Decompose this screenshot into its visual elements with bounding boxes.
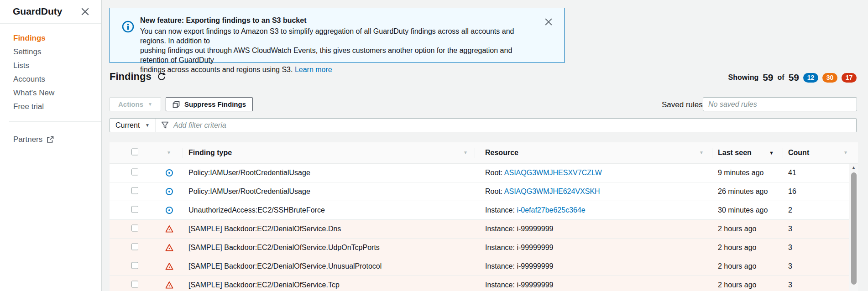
sidebar-item-whats-new[interactable]: What's New xyxy=(13,89,101,97)
row-checkbox[interactable] xyxy=(131,206,138,213)
count-cell: 16 xyxy=(788,187,796,196)
row-checkbox[interactable] xyxy=(131,169,138,176)
sidebar-item-lists[interactable]: Lists xyxy=(13,62,101,69)
banner-body: New feature: Exporting findings to an S3… xyxy=(140,16,532,74)
row-checkbox[interactable] xyxy=(131,262,138,269)
table-row[interactable]: [SAMPLE] Backdoor:EC2/DenialOfService.Ud… xyxy=(110,239,849,257)
finding-type-cell: [SAMPLE] Backdoor:EC2/DenialOfService.Un… xyxy=(188,262,382,270)
of-label: of xyxy=(778,73,784,82)
sidebar: GuardDuty Findings Settings Lists Accoun… xyxy=(0,0,102,291)
last-seen-cell: 2 hours ago xyxy=(718,281,757,289)
scroll-up-icon[interactable]: ▲ xyxy=(849,165,858,170)
finding-type-cell: [SAMPLE] Backdoor:EC2/DenialOfService.Dn… xyxy=(188,225,341,233)
count-cell: 3 xyxy=(788,225,792,233)
filter-bar: Current ▼ xyxy=(110,118,857,132)
resource-id: i-99999999 xyxy=(517,244,553,251)
severity-filter-icon[interactable]: ▼ xyxy=(167,151,171,155)
resource-cell: Root: ASIAQG3WMJHE624VXSKH xyxy=(485,187,600,196)
severity-high-icon xyxy=(165,262,173,270)
finding-type-cell: [SAMPLE] Backdoor:EC2/DenialOfService.Tc… xyxy=(188,281,340,289)
resource-prefix: Instance: xyxy=(485,281,517,289)
sidebar-item-free-trial[interactable]: Free trial xyxy=(13,103,101,110)
count-cell: 41 xyxy=(788,169,796,177)
resource-cell: Instance: i-99999999 xyxy=(485,225,553,233)
column-divider xyxy=(783,148,783,158)
resource-cell: Instance: i-0efaf27be625c364e xyxy=(485,206,586,214)
table-row[interactable]: Policy:IAMUser/RootCredentialUsage Root:… xyxy=(110,164,849,182)
resource-filter-icon[interactable]: ▼ xyxy=(699,151,704,155)
severity-low-icon xyxy=(165,187,173,196)
column-header-resource[interactable]: Resource xyxy=(485,149,518,157)
sidebar-header: GuardDuty xyxy=(0,0,101,24)
banner-text-line2: pushing findings out through AWS CloudWa… xyxy=(140,46,532,65)
service-title: GuardDuty xyxy=(13,6,63,17)
resource-prefix: Root: xyxy=(485,169,504,177)
finding-type-cell: [SAMPLE] Backdoor:EC2/DenialOfService.Ud… xyxy=(188,244,380,252)
total-count: 59 xyxy=(789,72,799,83)
row-checkbox[interactable] xyxy=(131,187,138,194)
resource-cell: Instance: i-99999999 xyxy=(485,281,553,289)
external-link-icon xyxy=(47,136,54,143)
low-severity-count-badge[interactable]: 12 xyxy=(803,73,818,83)
last-seen-cell: 2 hours ago xyxy=(718,225,757,233)
table-row[interactable]: [SAMPLE] Backdoor:EC2/DenialOfService.Un… xyxy=(110,257,849,276)
table-body: Policy:IAMUser/RootCredentialUsage Root:… xyxy=(110,164,849,291)
scrollbar-thumb[interactable] xyxy=(851,172,857,285)
saved-rules-input[interactable] xyxy=(703,97,857,111)
suppress-findings-button[interactable]: Suppress Findings xyxy=(166,97,253,111)
chevron-down-icon: ▼ xyxy=(148,102,152,107)
severity-low-icon xyxy=(165,169,173,177)
finding-type-filter-icon[interactable]: ▼ xyxy=(463,151,468,155)
finding-type-cell: Policy:IAMUser/RootCredentialUsage xyxy=(188,187,310,196)
table-row[interactable]: Policy:IAMUser/RootCredentialUsage Root:… xyxy=(110,182,849,201)
column-divider xyxy=(183,148,183,158)
filter-criteria-input[interactable] xyxy=(169,119,856,132)
showing-label: Showing xyxy=(728,73,759,82)
banner-close-icon[interactable] xyxy=(545,18,552,26)
finding-type-cell: UnauthorizedAccess:EC2/SSHBruteForce xyxy=(188,206,325,214)
filter-scope-dropdown[interactable]: Current ▼ xyxy=(110,119,156,132)
learn-more-link[interactable]: Learn more xyxy=(295,66,332,73)
high-severity-count-badge[interactable]: 17 xyxy=(842,73,857,83)
table-row[interactable]: [SAMPLE] Backdoor:EC2/DenialOfService.Tc… xyxy=(110,276,849,291)
last-seen-cell: 26 minutes ago xyxy=(718,187,768,196)
medium-severity-count-badge[interactable]: 30 xyxy=(822,73,837,83)
banner-text-line3: findings across accounts and regions usi… xyxy=(140,65,532,74)
column-header-count[interactable]: Count xyxy=(788,149,809,157)
sidebar-item-partners[interactable]: Partners xyxy=(13,135,101,144)
sidebar-divider xyxy=(9,121,101,122)
sidebar-item-settings[interactable]: Settings xyxy=(13,48,101,56)
count-cell: 3 xyxy=(788,281,792,289)
column-divider xyxy=(475,148,475,158)
count-cell: 2 xyxy=(788,206,792,214)
resource-link[interactable]: ASIAQG3WMJHESXV7CZLW xyxy=(504,169,602,177)
count-cell: 3 xyxy=(788,262,792,270)
refresh-icon[interactable] xyxy=(157,72,166,81)
table-scrollbar[interactable]: ▲ xyxy=(849,164,858,291)
table-row[interactable]: [SAMPLE] Backdoor:EC2/DenialOfService.Dn… xyxy=(110,220,849,239)
row-checkbox[interactable] xyxy=(131,225,138,232)
info-icon xyxy=(122,21,134,33)
row-checkbox[interactable] xyxy=(131,281,138,288)
actions-button[interactable]: Actions ▼ xyxy=(110,97,161,111)
resource-link[interactable]: ASIAQG3WMJHE624VXSKH xyxy=(504,187,600,195)
resource-cell: Instance: i-99999999 xyxy=(485,244,553,252)
table-row[interactable]: UnauthorizedAccess:EC2/SSHBruteForce Ins… xyxy=(110,201,849,220)
count-filter-icon[interactable]: ▼ xyxy=(843,151,848,155)
row-checkbox[interactable] xyxy=(131,244,138,250)
page-title: Findings xyxy=(110,71,152,83)
column-header-last-seen[interactable]: Last seen xyxy=(718,149,752,157)
filter-scope-value: Current xyxy=(115,121,140,130)
sidebar-item-findings[interactable]: Findings xyxy=(13,34,101,42)
sidebar-nav: Findings Settings Lists Accounts What's … xyxy=(0,24,101,110)
actions-label: Actions xyxy=(118,100,143,108)
column-divider xyxy=(712,148,712,158)
resource-link[interactable]: i-0efaf27be625c364e xyxy=(517,206,585,214)
sidebar-close-icon[interactable] xyxy=(81,8,89,16)
column-header-finding-type[interactable]: Finding type xyxy=(188,149,232,157)
new-feature-banner: New feature: Exporting findings to an S3… xyxy=(110,8,565,63)
suppress-icon xyxy=(173,101,180,108)
sort-descending-icon[interactable]: ▼ xyxy=(769,151,774,155)
sidebar-item-accounts[interactable]: Accounts xyxy=(13,75,101,83)
select-all-checkbox[interactable] xyxy=(131,149,138,157)
